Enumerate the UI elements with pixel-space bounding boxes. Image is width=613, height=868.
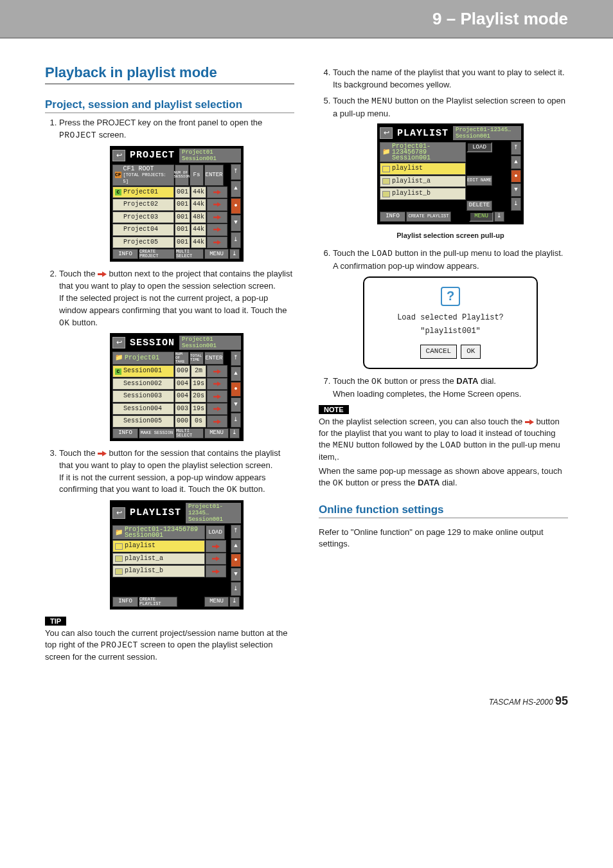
step-2: Touch the button next to the project tha…: [59, 268, 294, 441]
menu-button[interactable]: MENU: [204, 428, 229, 439]
info-button[interactable]: INFO: [112, 249, 138, 259]
create-playlist-button[interactable]: CREATE PLAYLIST: [406, 212, 451, 222]
menu-delete-button[interactable]: DELETE: [466, 201, 492, 211]
note-section: NOTE On the playlist selection screen, y…: [319, 404, 568, 489]
project-row[interactable]: Project05: [112, 237, 174, 249]
scroll-end-icon[interactable]: ⤓: [229, 249, 240, 259]
cancel-button[interactable]: CANCEL: [420, 345, 458, 359]
step-1: Press the PROJECT key on the front panel…: [59, 117, 294, 262]
folder-up-icon: 📁: [382, 149, 390, 155]
load-arrow-icon[interactable]: [206, 540, 226, 552]
caption: Playlist selection screen pull-up: [333, 231, 568, 241]
menu-button[interactable]: MENU: [469, 212, 493, 222]
chapter-header: 9 – Playlist mode: [0, 0, 613, 39]
folder-icon: [115, 543, 123, 550]
path-display[interactable]: Project01Session001: [179, 149, 241, 163]
steps-list-left: Press the PROJECT key on the front panel…: [45, 117, 294, 610]
menu-button[interactable]: MENU: [204, 597, 229, 607]
parent-cell[interactable]: 📁Project01: [112, 352, 174, 365]
session-row[interactable]: Session004: [112, 403, 174, 415]
back-icon[interactable]: ↩: [112, 150, 125, 161]
section-title: Playback in playlist mode: [45, 64, 294, 84]
info-button[interactable]: INFO: [112, 597, 138, 607]
session-row[interactable]: Session003: [112, 390, 174, 402]
playlist-row[interactable]: playlist_b: [380, 188, 466, 200]
project-row[interactable]: Project04: [112, 224, 174, 236]
playlist-row[interactable]: playlist: [112, 540, 205, 552]
enter-arrow-icon[interactable]: [207, 403, 227, 415]
folder-icon: [115, 568, 123, 575]
playlist-row[interactable]: playlist_a: [380, 176, 466, 188]
note-label: NOTE: [319, 405, 349, 414]
enter-arrow-icon[interactable]: [207, 390, 227, 402]
right-arrow-icon: [98, 448, 107, 458]
parent-cell[interactable]: 📁 Project01-123456789Session001: [112, 525, 205, 539]
parent-cell[interactable]: 📁 Project01-123456789Session001: [380, 142, 466, 162]
back-icon[interactable]: ↩: [112, 337, 125, 348]
right-arrow-icon: [98, 269, 107, 278]
playlist-menu-screen: ↩ PLAYLIST Project01-12345…Session001 📁 …: [377, 123, 524, 224]
confirm-popup: ? Load selected Playlist? "playlist001" …: [363, 276, 538, 370]
enter-arrow-icon[interactable]: [207, 415, 227, 428]
enter-arrow-icon[interactable]: [207, 224, 227, 236]
tip-section: TIP You can also touch the current proje…: [45, 616, 294, 664]
project-row[interactable]: Project02: [112, 199, 174, 211]
step-7: Touch the OK button or press the DATA di…: [333, 375, 568, 401]
enter-arrow-icon[interactable]: [207, 212, 227, 224]
scrollbar[interactable]: ⤒▲ ● ▼⤓: [511, 141, 521, 211]
folder-icon: [115, 556, 123, 562]
session-row[interactable]: CSession001: [112, 365, 174, 377]
playlist-row[interactable]: playlist_a: [112, 553, 205, 565]
scrollbar[interactable]: ⤒▲ ● ▼⤓: [231, 351, 241, 428]
make-session-button[interactable]: MAKE SESSION: [139, 428, 175, 439]
scrollbar[interactable]: ⤒▲ ● ▼⤓: [231, 525, 241, 596]
info-button[interactable]: INFO: [112, 428, 138, 439]
multi-select-button[interactable]: MULTI SELECT: [175, 428, 204, 439]
back-icon[interactable]: ↩: [112, 507, 125, 519]
create-playlist-button[interactable]: CREATE PLAYLIST: [139, 597, 177, 607]
project-screen: ↩ PROJECT Project01Session001 CF CF1 ROO…: [110, 146, 244, 262]
path-display[interactable]: Project01Session001: [179, 336, 241, 350]
folder-up-icon: 📁: [115, 354, 123, 363]
enter-arrow-icon[interactable]: [207, 199, 227, 211]
load-arrow-icon[interactable]: [206, 565, 226, 577]
folder-icon: [382, 178, 390, 185]
folder-up-icon: 📁: [115, 530, 123, 536]
menu-button[interactable]: MENU: [204, 249, 229, 259]
path-display[interactable]: Project01-12345…Session001: [186, 503, 241, 523]
menu-load-button[interactable]: LOAD: [466, 142, 492, 152]
multi-select-button[interactable]: MULTI SELECT: [175, 249, 204, 259]
tip-label: TIP: [45, 617, 66, 626]
right-arrow-icon: [525, 417, 534, 426]
folder-icon: [382, 191, 390, 197]
playlist-screen: ↩ PLAYLIST Project01-12345…Session001 📁 …: [110, 500, 244, 610]
session-row[interactable]: Session005: [112, 415, 174, 428]
load-header: LOAD: [206, 525, 225, 539]
step-3: Touch the button for the session that co…: [59, 448, 294, 610]
playlist-row[interactable]: playlist_b: [112, 565, 205, 577]
project-row[interactable]: Project03: [112, 212, 174, 224]
load-arrow-icon[interactable]: [206, 553, 226, 565]
info-button[interactable]: INFO: [380, 212, 405, 222]
enter-arrow-icon[interactable]: [207, 186, 227, 199]
enter-arrow-icon[interactable]: [207, 237, 227, 249]
back-icon[interactable]: ↩: [380, 127, 393, 139]
playlist-row[interactable]: playlist: [380, 163, 466, 175]
scrollbar[interactable]: ⤒▲ ● ▼⤓: [231, 164, 241, 249]
online-subsection-title: Online function settings: [319, 503, 568, 518]
online-text: Refer to "Online function" on page 129 t…: [319, 527, 568, 550]
session-row[interactable]: Session002: [112, 378, 174, 390]
enter-arrow-icon[interactable]: [207, 365, 227, 377]
project-row[interactable]: CProject01: [112, 186, 174, 199]
enter-arrow-icon[interactable]: [207, 378, 227, 390]
scroll-end-icon[interactable]: ⤓: [494, 212, 504, 222]
question-icon: ?: [441, 287, 460, 306]
menu-edit-name-button[interactable]: EDIT NAME: [466, 176, 492, 186]
create-project-button[interactable]: CREATE PROJECT: [139, 249, 175, 259]
scroll-end-icon[interactable]: ⤓: [229, 597, 240, 607]
ok-button[interactable]: OK: [461, 345, 481, 359]
step-4: Touch the name of the playlist that you …: [333, 67, 568, 91]
steps-list-right: Touch the name of the playlist that you …: [319, 67, 568, 401]
path-display[interactable]: Project01-12345…Session001: [453, 126, 521, 140]
scroll-end-icon[interactable]: ⤓: [229, 428, 240, 439]
